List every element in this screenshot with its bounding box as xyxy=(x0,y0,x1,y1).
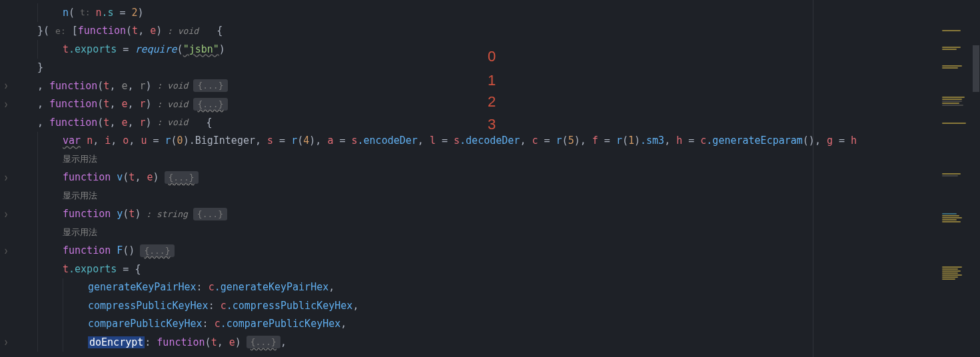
fold-marker[interactable]: {...} xyxy=(193,79,227,92)
code-content[interactable]: n( t: n.s = 2) }( e: [function(t, e) : v… xyxy=(12,0,980,357)
inlay-hint[interactable]: 显示用法 xyxy=(12,186,980,205)
fold-placeholder xyxy=(0,278,12,297)
fold-gutter: ❯ ❯ ❯ ❯ ❯ ❯ xyxy=(0,0,12,357)
fold-arrow-icon[interactable]: ❯ xyxy=(0,169,12,187)
fold-marker[interactable]: {...} xyxy=(193,208,227,220)
fold-arrow-icon[interactable]: ❯ xyxy=(0,95,12,114)
code-line[interactable]: , function(t, e, r) : void { xyxy=(12,113,980,132)
fold-marker[interactable]: {...} xyxy=(165,171,199,184)
code-line[interactable]: var n, i, o, u = r(0).BigInteger, s = r(… xyxy=(12,132,980,151)
fold-placeholder xyxy=(0,150,12,169)
fold-placeholder xyxy=(0,3,12,22)
fold-marker[interactable]: {...} xyxy=(246,336,280,348)
code-line[interactable]: , function(t, e, r) : void{...} xyxy=(12,95,980,114)
code-line[interactable]: n( t: n.s = 2) xyxy=(12,3,980,22)
right-margin-ruler xyxy=(813,0,813,357)
minimap[interactable] xyxy=(942,0,972,357)
fold-placeholder xyxy=(0,296,12,315)
fold-placeholder xyxy=(0,132,12,151)
fold-marker[interactable]: {...} xyxy=(140,244,174,257)
scrollbar-thumb[interactable] xyxy=(973,45,979,92)
fold-placeholder xyxy=(0,315,12,334)
fold-placeholder xyxy=(0,223,12,242)
code-line[interactable]: compressPublicKeyHex: c.compressPublicKe… xyxy=(12,296,980,315)
code-line[interactable]: function y(t) : string{...} xyxy=(12,205,980,224)
fold-marker[interactable]: {...} xyxy=(193,98,227,111)
code-line[interactable]: function v(t, e){...} xyxy=(12,169,980,187)
fold-arrow-icon[interactable]: ❯ xyxy=(0,333,12,352)
vertical-scrollbar[interactable] xyxy=(972,0,980,357)
code-line[interactable]: } xyxy=(12,59,980,77)
inlay-hint[interactable]: 显示用法 xyxy=(12,223,980,242)
code-editor: ❯ ❯ ❯ ❯ ❯ ❯ n( t: n.s = 2) }( e: [functi… xyxy=(0,0,980,357)
inlay-hint[interactable]: 显示用法 xyxy=(12,150,980,169)
code-line[interactable]: t.exports = require("jsbn") xyxy=(12,40,980,59)
fold-placeholder xyxy=(0,59,12,77)
fold-placeholder xyxy=(0,113,12,132)
selected-text[interactable]: doEncrypt xyxy=(88,336,145,348)
code-line[interactable]: comparePublicKeyHex: c.comparePublicKeyH… xyxy=(12,315,980,334)
code-line[interactable]: doEncrypt: function(t, e){...}, xyxy=(12,333,980,352)
fold-placeholder xyxy=(0,22,12,41)
fold-arrow-icon[interactable]: ❯ xyxy=(0,77,12,95)
code-line[interactable]: generateKeyPairHex: c.generateKeyPairHex… xyxy=(12,278,980,297)
code-line[interactable]: function F(){...} xyxy=(12,242,980,260)
code-line[interactable]: }( e: [function(t, e) : void { xyxy=(12,22,980,41)
code-line[interactable]: , function(t, e, r) : void{...} xyxy=(12,77,980,95)
fold-placeholder xyxy=(0,260,12,278)
fold-arrow-icon[interactable]: ❯ xyxy=(0,205,12,224)
fold-placeholder xyxy=(0,186,12,205)
fold-arrow-icon[interactable]: ❯ xyxy=(0,242,12,260)
fold-placeholder xyxy=(0,40,12,59)
code-line[interactable]: t.exports = { xyxy=(12,260,980,278)
